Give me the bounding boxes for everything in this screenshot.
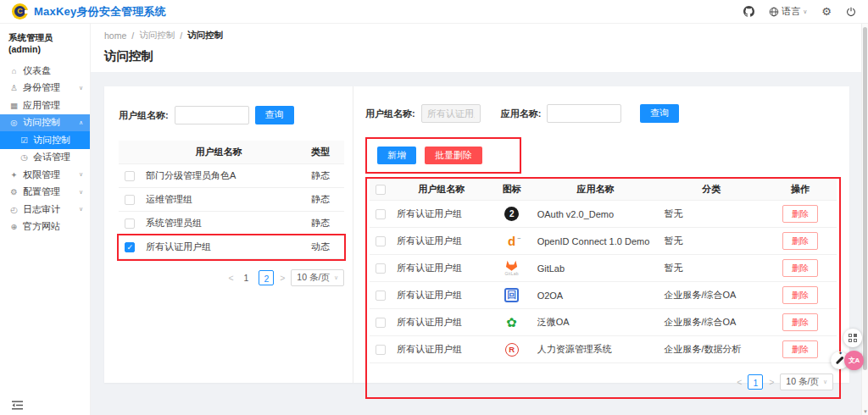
gear-icon: ⚙ [9, 187, 19, 196]
group-name-label: 用户组名称: [365, 108, 415, 120]
language-switcher[interactable]: 语言 ∨ [769, 5, 807, 18]
sidebar-item-access-control[interactable]: ◎ 访问控制 ∧ [0, 114, 90, 132]
prev-page-button[interactable]: < [737, 377, 742, 387]
sidebar-item-permissions[interactable]: ✦ 权限管理 ∨ [0, 166, 90, 184]
delete-button[interactable]: 删除 [782, 259, 818, 277]
chevron-down-icon: ∨ [79, 189, 83, 196]
table-row[interactable]: 部门分级管理员角色A 静态 [119, 164, 344, 188]
table-row[interactable]: 所有认证用户组 回 O2OA 企业服务/综合OA 删除 [370, 282, 837, 309]
delete-button[interactable]: 删除 [782, 340, 818, 358]
scrollbar-thumb[interactable] [863, 27, 867, 370]
delete-button[interactable]: 删除 [782, 205, 818, 223]
actions-annotation-box: 新增 批量删除 [365, 137, 521, 174]
scrollbar-down-arrow[interactable]: ▼ [862, 409, 868, 414]
weaver-icon: ✿ [506, 316, 517, 329]
table-row[interactable]: 所有认证用户组 ✿ 泛微OA 企业服务/综合OA 删除 [370, 309, 837, 336]
app-name-input[interactable] [547, 104, 621, 123]
page-size-select[interactable]: 10 条/页 ∨ [780, 374, 833, 390]
settings-gear-icon[interactable]: ⚙ [821, 6, 832, 17]
next-page-button[interactable]: > [769, 377, 774, 387]
delete-button[interactable]: 删除 [782, 313, 818, 331]
access-control-icon: ◎ [9, 118, 19, 127]
main-area: home / 访问控制 / 访问控制 访问控制 用户组名称: 查询 [91, 24, 861, 415]
page-1-button-active[interactable]: 1 [748, 374, 763, 390]
group-search-button[interactable]: 查询 [255, 106, 294, 124]
col-icon: 图标 [492, 179, 532, 201]
extension-grid-button[interactable] [843, 329, 862, 347]
sidebar-item-access-control-sub[interactable]: ☑ 访问控制 [0, 131, 90, 149]
chevron-down-icon: ∨ [79, 171, 83, 178]
gitlab-icon: GitLab [504, 260, 519, 276]
maxkey-logo-icon: C [12, 3, 28, 19]
current-user-label: 系统管理员(admin) [0, 24, 90, 62]
select-all-checkbox[interactable] [376, 185, 386, 195]
row-checkbox[interactable] [376, 290, 386, 301]
breadcrumb-home[interactable]: home [104, 30, 126, 41]
sidebar-item-apps[interactable]: ▦ 应用管理 [0, 97, 90, 114]
sidebar-item-identity[interactable]: ♙ 身份管理 ∨ [0, 80, 90, 97]
access-control-card: 用户组名称: 查询 用户组名称 类型 [104, 86, 849, 383]
table-row-selected[interactable]: 所有认证用户组 动态 [119, 235, 344, 259]
group-name-readonly-input [421, 104, 481, 123]
session-icon: ◷ [19, 152, 29, 162]
translate-button[interactable]: 文A [844, 351, 864, 370]
page-1-button[interactable]: 1 [240, 270, 253, 285]
github-icon[interactable] [743, 6, 754, 17]
group-pagination: < 1 2 > 10 条/页 ∨ [119, 269, 344, 286]
checkbox-icon: ☑ [19, 136, 29, 145]
sidebar-item-configuration[interactable]: ⚙ 配置管理 ∨ [0, 184, 90, 202]
sidebar-item-session-management[interactable]: ◷ 会话管理 [0, 149, 90, 167]
chevron-down-icon: ∨ [823, 379, 827, 385]
batch-delete-button[interactable]: 批量删除 [425, 147, 482, 164]
group-name-label: 用户组名称: [119, 109, 169, 122]
grid-icon [849, 334, 857, 342]
hr-icon: R [505, 343, 519, 357]
row-checkbox[interactable] [376, 236, 386, 246]
row-checkbox[interactable] [376, 263, 386, 274]
row-checkbox[interactable] [125, 195, 135, 205]
app-access-panel: 用户组名称: 应用名称: 查询 新增 批量删除 [353, 86, 849, 383]
page-title: 访问控制 [104, 48, 848, 64]
row-checkbox[interactable] [376, 345, 386, 355]
sidebar-item-dashboard[interactable]: ⌂ 仪表盘 [0, 62, 90, 80]
table-row[interactable]: 运维管理组 静态 [119, 188, 344, 212]
delete-button[interactable]: 删除 [782, 286, 818, 304]
table-row[interactable]: 所有认证用户组 GitLab GitLab 暂无 [370, 255, 837, 282]
sidebar-item-audit-log[interactable]: ◴ 日志审计 ∨ [0, 201, 90, 219]
group-name-input[interactable] [175, 106, 249, 125]
table-row[interactable]: 所有认证用户组 d~ OpenID Connect 1.0 Demo 暂无 删除 [370, 228, 837, 255]
language-label: 语言 [782, 5, 800, 18]
logout-icon[interactable] [846, 7, 856, 17]
app-search-button[interactable]: 查询 [640, 104, 679, 122]
sidebar-menu: ⌂ 仪表盘 ♙ 身份管理 ∨ ▦ 应用管理 ◎ 访问控制 ∧ ☑ 访问控制 [0, 62, 90, 235]
group-table: 用户组名称 类型 部门分级管理员角色A 静态 [119, 141, 344, 259]
next-page-button[interactable]: > [280, 273, 285, 283]
col-group-type: 类型 [297, 141, 344, 164]
apps-icon: ▦ [9, 101, 19, 110]
page-size-select[interactable]: 10 条/页 ∨ [291, 269, 344, 286]
row-checkbox[interactable] [376, 209, 386, 219]
collapse-sidebar-icon[interactable] [12, 401, 23, 410]
chevron-down-icon: ∨ [79, 206, 83, 213]
table-row[interactable]: 所有认证用户组 R 人力资源管理系统 企业服务/数据分析 删除 [370, 336, 837, 363]
prev-page-button[interactable]: < [228, 273, 233, 283]
add-button[interactable]: 新增 [377, 147, 416, 164]
person-icon: ♙ [9, 83, 19, 92]
chevron-down-icon: ∨ [803, 8, 807, 15]
sidebar-item-official-website[interactable]: ⊕ 官方网站 [0, 219, 90, 236]
app-title: MaxKey身份安全管理系统 [34, 4, 166, 19]
row-checkbox-checked[interactable] [125, 242, 135, 252]
table-row[interactable]: 系统管理员组 静态 [119, 212, 344, 235]
o2oa-icon: 回 [504, 288, 519, 302]
app-access-table: 用户组名称 图标 应用名称 分类 操作 所有认证用户组 [370, 179, 837, 363]
translate-icon: 文A [849, 356, 860, 365]
row-checkbox[interactable] [125, 171, 135, 181]
chevron-down-icon: ∨ [334, 274, 338, 281]
row-checkbox[interactable] [376, 318, 386, 328]
delete-button[interactable]: 删除 [782, 232, 818, 250]
table-row[interactable]: 所有认证用户组 2 OAuth v2.0_Demo 暂无 删除 [370, 201, 837, 228]
breadcrumb-level1[interactable]: 访问控制 [139, 30, 175, 42]
row-checkbox[interactable] [125, 219, 135, 229]
chevron-up-icon: ∧ [79, 119, 83, 126]
page-2-button-active[interactable]: 2 [259, 270, 274, 285]
